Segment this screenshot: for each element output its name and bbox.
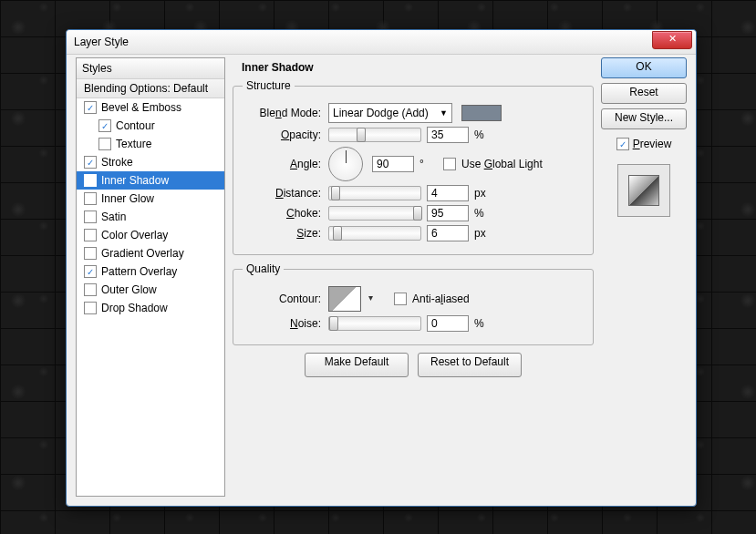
contour-picker[interactable] [328, 286, 361, 312]
preview-checkbox[interactable] [616, 138, 629, 150]
style-checkbox[interactable] [84, 247, 97, 260]
noise-value[interactable]: 0 [427, 315, 469, 332]
layer-style-dialog: Layer Style ✕ Styles Blending Options: D… [66, 29, 697, 507]
reset-button[interactable]: Reset [601, 83, 687, 104]
blend-mode-label: Blend Mode: [243, 107, 323, 119]
size-label: Size: [243, 227, 323, 240]
style-label: Bevel & Emboss [101, 101, 181, 114]
style-checkbox[interactable] [98, 138, 111, 150]
antialiased-checkbox[interactable] [394, 293, 407, 305]
preview-label: Preview [633, 138, 672, 150]
distance-label: Distance: [243, 187, 323, 200]
opacity-label: Opacity: [243, 128, 323, 141]
style-checkbox[interactable] [84, 283, 97, 296]
style-label: Color Overlay [101, 229, 168, 241]
style-label: Texture [116, 138, 151, 150]
quality-group: Quality Contour: Anti-aliased Noise: 0 % [233, 262, 594, 345]
style-checkbox[interactable] [84, 156, 97, 169]
preview-icon [628, 175, 659, 206]
global-light-checkbox[interactable] [443, 158, 456, 170]
structure-group: Structure Blend Mode: Linear Dodge (Add)… [233, 79, 594, 255]
style-row-texture[interactable]: Texture [77, 135, 224, 153]
choke-label: Choke: [243, 207, 323, 220]
noise-slider[interactable] [328, 316, 421, 331]
style-row-color-overlay[interactable]: Color Overlay [77, 226, 224, 244]
blending-options-row[interactable]: Blending Options: Default [77, 79, 224, 98]
style-label: Inner Shadow [101, 174, 169, 187]
window-title: Layer Style [74, 36, 129, 48]
style-label: Drop Shadow [101, 302, 168, 314]
style-row-satin[interactable]: Satin [77, 208, 224, 226]
angle-dial[interactable] [328, 147, 363, 181]
reset-default-button[interactable]: Reset to Default [418, 353, 522, 377]
preview-thumbnail [617, 164, 670, 217]
settings-panel: Inner Shadow Structure Blend Mode: Linea… [233, 57, 594, 497]
style-checkbox[interactable] [84, 192, 97, 205]
style-label: Satin [101, 211, 126, 223]
style-label: Inner Glow [101, 192, 154, 205]
close-button[interactable]: ✕ [652, 31, 692, 49]
style-checkbox[interactable] [98, 119, 111, 132]
style-checkbox[interactable] [84, 229, 97, 241]
chevron-down-icon: ▼ [440, 108, 448, 118]
style-label: Pattern Overlay [101, 265, 177, 278]
style-label: Outer Glow [101, 283, 157, 296]
style-row-outer-glow[interactable]: Outer Glow [77, 281, 224, 299]
right-panel: OK Reset New Style... Preview [601, 57, 687, 497]
style-row-pattern-overlay[interactable]: Pattern Overlay [77, 262, 224, 281]
style-checkbox[interactable] [84, 101, 97, 114]
choke-value[interactable]: 95 [427, 205, 469, 221]
ok-button[interactable]: OK [601, 57, 687, 78]
style-row-gradient-overlay[interactable]: Gradient Overlay [77, 244, 224, 262]
antialiased-label: Anti-aliased [412, 293, 470, 305]
new-style-button[interactable]: New Style... [601, 108, 687, 129]
angle-label: Angle: [243, 158, 323, 170]
styles-panel: Styles Blending Options: Default Bevel &… [76, 57, 225, 497]
opacity-value[interactable]: 35 [427, 127, 469, 143]
style-checkbox[interactable] [84, 174, 97, 187]
style-checkbox[interactable] [84, 211, 97, 223]
style-label: Contour [116, 119, 155, 132]
global-light-label: Use Global Light [461, 158, 543, 170]
size-value[interactable]: 6 [427, 225, 469, 241]
contour-label: Contour: [243, 293, 323, 305]
style-checkbox[interactable] [84, 302, 97, 314]
style-row-contour[interactable]: Contour [77, 117, 224, 135]
panel-title: Inner Shadow [242, 61, 594, 74]
style-label: Stroke [101, 156, 133, 169]
blend-mode-select[interactable]: Linear Dodge (Add)▼ [328, 103, 452, 123]
style-checkbox[interactable] [84, 265, 97, 278]
choke-slider[interactable] [328, 206, 421, 221]
style-row-inner-glow[interactable]: Inner Glow [77, 190, 224, 208]
style-row-stroke[interactable]: Stroke [77, 153, 224, 171]
make-default-button[interactable]: Make Default [305, 353, 409, 377]
styles-header[interactable]: Styles [77, 58, 224, 79]
angle-value[interactable]: 90 [372, 156, 414, 172]
style-row-bevel-emboss[interactable]: Bevel & Emboss [77, 98, 224, 117]
structure-legend: Structure [243, 79, 295, 92]
style-row-inner-shadow[interactable]: Inner Shadow [77, 171, 224, 190]
style-label: Gradient Overlay [101, 247, 184, 260]
quality-legend: Quality [243, 262, 284, 275]
noise-label: Noise: [243, 317, 323, 330]
titlebar[interactable]: Layer Style ✕ [67, 30, 696, 55]
color-swatch[interactable] [461, 105, 502, 121]
opacity-slider[interactable] [328, 128, 421, 142]
style-row-drop-shadow[interactable]: Drop Shadow [77, 299, 224, 317]
size-slider[interactable] [328, 226, 421, 241]
distance-slider[interactable] [328, 186, 421, 200]
distance-value[interactable]: 4 [427, 185, 469, 201]
